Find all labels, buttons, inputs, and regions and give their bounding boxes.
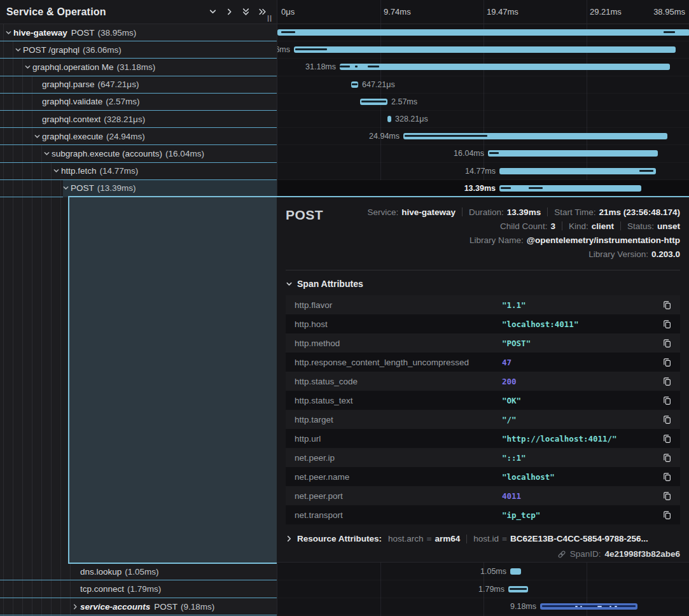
span-bar[interactable] xyxy=(540,603,637,610)
indent-guide xyxy=(51,180,52,197)
link-icon[interactable] xyxy=(557,550,566,559)
copy-icon xyxy=(662,472,672,482)
span-bar[interactable] xyxy=(499,168,656,174)
span-row[interactable]: subgraph.execute (accounts)(16.04ms) xyxy=(0,145,277,162)
span-row[interactable]: graphql.operation Me(31.18ms) xyxy=(0,59,277,76)
indent-guide xyxy=(41,581,42,598)
span-bar[interactable] xyxy=(488,150,658,157)
service-name: service-accounts xyxy=(80,602,150,612)
chevron-right-icon[interactable] xyxy=(72,603,80,610)
chevron-down-icon[interactable] xyxy=(53,167,61,174)
attribute-row[interactable]: http.flavor"1.1" xyxy=(286,295,680,314)
copy-button[interactable] xyxy=(661,414,672,425)
copy-button[interactable] xyxy=(661,356,672,368)
span-row-content: graphql.execute(24.94ms) xyxy=(34,132,145,141)
chevron-down-icon[interactable] xyxy=(43,150,52,157)
copy-button[interactable] xyxy=(661,375,672,387)
span-row[interactable]: tcp.connect(1.79ms) xyxy=(0,581,277,598)
indent-guide xyxy=(32,180,32,197)
span-row[interactable]: graphql.parse(647.21μs) xyxy=(0,76,277,94)
span-bar[interactable] xyxy=(351,81,358,88)
collapse-all-icon[interactable] xyxy=(237,5,254,19)
span-row[interactable]: POST /graphql(36.06ms) xyxy=(0,41,277,59)
copy-button[interactable] xyxy=(661,433,672,444)
span-bar[interactable] xyxy=(360,99,387,105)
attribute-row[interactable]: http.url"http://localhost:4011/" xyxy=(286,429,680,448)
copy-button[interactable] xyxy=(661,337,672,349)
indent-guide xyxy=(13,163,13,179)
copy-button[interactable] xyxy=(661,490,672,501)
indent-guide xyxy=(32,598,32,615)
attribute-row[interactable]: http.host"localhost:4011" xyxy=(286,314,680,333)
chevron-down-icon[interactable] xyxy=(24,64,32,71)
resource-attributes-header[interactable]: Resource Attributes: host.arch=arm64host… xyxy=(286,534,680,543)
span-bar[interactable] xyxy=(510,568,521,575)
detail-meta-line: Child Count:3Kind:clientStatus:unset xyxy=(500,219,680,233)
copy-icon xyxy=(662,339,672,348)
span-row[interactable]: graphql.context(328.21μs) xyxy=(0,111,277,128)
attribute-row[interactable]: http.status_code200 xyxy=(286,372,680,391)
chevron-down-icon[interactable] xyxy=(62,185,71,192)
indent-guide xyxy=(60,598,61,615)
operation-name: graphql.context xyxy=(42,115,101,124)
indent-guide xyxy=(51,197,52,616)
self-time-mark xyxy=(281,31,295,33)
attribute-row[interactable]: net.peer.name"localhost" xyxy=(286,467,680,486)
tick-label: 9.74ms xyxy=(384,0,411,24)
span-bar[interactable] xyxy=(340,64,670,70)
attribute-value: "localhost:4011" xyxy=(502,319,661,329)
chevron-down-icon[interactable] xyxy=(15,46,23,53)
attribute-row[interactable]: net.peer.port4011 xyxy=(286,486,680,505)
span-bar[interactable] xyxy=(277,29,689,36)
span-row-content: graphql.context(328.21μs) xyxy=(34,115,145,124)
copy-icon xyxy=(662,510,672,520)
span-bar[interactable] xyxy=(403,133,667,139)
detail-panel-top-border xyxy=(68,196,689,197)
span-attributes-header[interactable]: Span Attributes xyxy=(286,279,680,289)
chevron-down-icon[interactable] xyxy=(5,29,13,36)
indent-guide xyxy=(32,163,32,179)
attribute-row[interactable]: net.transport"ip_tcp" xyxy=(286,505,680,524)
span-row-content: POST(13.39ms) xyxy=(62,183,136,193)
duration-label: 1.05ms xyxy=(480,563,506,580)
attribute-row[interactable]: http.status_text"OK" xyxy=(286,391,680,410)
meta-value: 13.39ms xyxy=(507,207,541,217)
copy-button[interactable] xyxy=(661,452,672,463)
attribute-value: "http://localhost:4011/" xyxy=(502,434,661,444)
indent-guide xyxy=(60,180,61,197)
chevron-down-icon[interactable] xyxy=(204,5,221,19)
span-row[interactable]: POST(13.39ms) xyxy=(0,180,277,197)
span-bar[interactable] xyxy=(387,116,391,122)
span-row[interactable]: hive-gatewayPOST(38.95ms) xyxy=(0,24,277,41)
span-bar[interactable] xyxy=(294,46,676,53)
copy-button[interactable] xyxy=(661,299,672,311)
attribute-row[interactable]: http.method"POST" xyxy=(286,333,680,353)
span-row[interactable]: dns.lookup(1.05ms) xyxy=(0,563,277,580)
span-detail-panel: POST Service:hive-gatewayDuration:13.39m… xyxy=(277,197,689,563)
attribute-value: 200 xyxy=(502,377,661,386)
indent-guide xyxy=(13,145,13,162)
copy-button[interactable] xyxy=(661,395,672,406)
attribute-row[interactable]: net.peer.ip"::1" xyxy=(286,448,680,467)
indent-guides xyxy=(0,197,68,616)
indent-guide xyxy=(3,24,4,41)
column-resizer-handle[interactable]: || xyxy=(267,14,272,22)
span-row[interactable]: graphql.validate(2.57ms) xyxy=(0,94,277,111)
operation-name: graphql.parse xyxy=(42,80,95,89)
span-bar[interactable] xyxy=(499,185,641,192)
copy-button[interactable] xyxy=(661,318,672,330)
detail-meta-line: Library Name:@opentelemetry/instrumentat… xyxy=(470,233,680,247)
copy-button[interactable] xyxy=(661,471,672,482)
chevron-down-icon[interactable] xyxy=(34,133,42,140)
attribute-row[interactable]: http.response_content_length_uncompresse… xyxy=(286,353,680,372)
indent-guide xyxy=(3,180,4,197)
span-bar[interactable] xyxy=(508,586,528,592)
attribute-row[interactable]: http.target"/" xyxy=(286,410,680,429)
span-row[interactable]: graphql.execute(24.94ms) xyxy=(0,128,277,145)
chevron-right-icon[interactable] xyxy=(221,5,237,19)
span-row[interactable]: http.fetch(14.77ms) xyxy=(0,163,277,180)
copy-button[interactable] xyxy=(661,509,672,521)
attribute-key: net.peer.port xyxy=(295,491,502,501)
span-row[interactable]: service-accountsPOST(9.18ms) xyxy=(0,598,277,615)
duration-label: 24.94ms xyxy=(369,128,400,145)
